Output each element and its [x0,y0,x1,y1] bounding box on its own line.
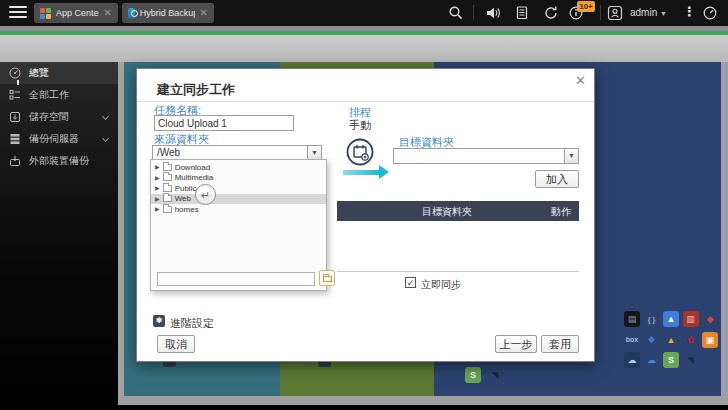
sidebar-item-storage[interactable]: 儲存空間 [0,106,118,128]
folder-icon [163,185,172,192]
taskbar-tab-hbs[interactable]: Hybrid Backup Sync...✕ [122,3,214,23]
sidebar-item-jobs[interactable]: 全部工作 [0,84,118,106]
car-cloud-icon: ☁ [624,352,640,368]
table-body-empty [337,221,579,272]
overview-icon [9,67,21,79]
nas-device-icon: ▤ [624,311,640,327]
tree-row-download[interactable]: ▶Download [151,162,326,173]
tree-row-web[interactable]: ▶Web [151,194,326,205]
cancel-button[interactable]: 取消 [157,335,195,353]
server-icon [9,133,21,145]
qts-desktop: App Center✕Hybrid Backup Sync...✕ 10+ ad… [0,0,728,410]
code-brackets-icon: { } [644,311,660,327]
folder-icon [163,164,172,171]
more-options-icon[interactable]: ⋮ [683,4,696,19]
onedrive-icon: ☁ [644,352,660,368]
target-folder-select[interactable]: ▼ [393,148,579,164]
storage-icon [9,111,21,123]
volume-icon[interactable] [485,5,501,21]
notification-badge: 10+ [577,1,595,12]
task-name-input[interactable] [154,115,294,131]
apply-button[interactable]: 套用 [541,335,579,353]
tab-label: Hybrid Backup Sync... [140,8,195,18]
folder-pair-table: 目標資料夾動作 [337,201,579,272]
sidebar-item-label: 外部裝置備份 [29,154,89,168]
yacht-icon: ◥ [487,367,503,383]
dropbox-icon: ❖ [644,332,660,348]
sync-now-label: 立即同步 [421,278,461,292]
tab-label: App Center [56,8,99,18]
dialog-title: 建立同步工作 [157,81,235,99]
folder-icon [163,206,172,213]
partial-icon [318,362,331,367]
chevron-down-icon: ▼ [564,149,578,163]
flame-icon: ◆ [702,311,718,327]
red-archive-icon: ▥ [683,311,699,327]
desktop-taskbar: App Center✕Hybrid Backup Sync...✕ 10+ ad… [0,0,728,26]
expand-arrow-icon[interactable]: ▶ [155,196,160,202]
jd-cloud-icon: ▣ [702,332,718,348]
update-icon[interactable] [543,5,559,21]
app-sidebar: 總覽全部工作儲存空間備份伺服器外部裝置備份 [0,62,118,410]
resource-monitor-icon[interactable] [702,5,718,21]
sidebar-item-label: 備份伺服器 [29,132,79,146]
box-icon: box [624,332,640,348]
external-icon [9,155,21,167]
sidebar-item-label: 總覽 [29,66,49,80]
folder-path-input[interactable] [157,272,315,286]
close-icon[interactable]: ✕ [104,8,112,18]
schedule-value: 手動 [349,118,371,133]
chevron-down-icon [102,113,109,120]
sync-now-checkbox[interactable]: ✓ [405,277,416,288]
tree-row-public[interactable]: ▶Public [151,183,326,194]
create-sync-job-dialog: 建立同步工作 ✕ 任務名稱: 排程 手動 來源資料夾 /Web▼ 目標資料夾 ▼… [136,68,595,362]
huawei-icon: ✿ [683,332,699,348]
advanced-settings-icon[interactable]: ✱ [153,315,165,327]
tree-row-label: Download [175,163,211,172]
sidebar-item-server[interactable]: 備份伺服器 [0,128,118,150]
yacht-icon: ◥ [683,352,699,368]
advanced-settings-label: 進階設定 [170,316,214,331]
tree-row-label: Public [175,184,197,193]
chevron-down-icon: ▼ [307,146,321,160]
admin-user-menu[interactable]: admin ▼ [630,7,667,18]
hbs-icon [128,8,135,19]
main-menu-icon[interactable] [9,6,27,20]
window-bottom-edge [118,396,728,405]
folder-icon [163,195,172,202]
alibaba-cloud-icon: ▲ [663,311,679,327]
chevron-down-icon: ▼ [660,10,667,17]
folder-icon [163,174,172,181]
search-icon[interactable] [448,5,464,21]
user-icon[interactable] [607,5,623,21]
chevron-down-icon [102,135,109,142]
tree-row-label: Web [175,194,191,203]
sidebar-item-external[interactable]: 外部裝置備份 [0,150,118,172]
background-tasks-icon[interactable] [514,5,530,21]
sidebar-item-label: 儲存空間 [29,110,69,124]
expand-arrow-icon[interactable]: ▶ [155,206,160,212]
tree-row-multimedia[interactable]: ▶Multimedia [151,173,326,184]
expand-arrow-icon[interactable]: ▶ [155,175,160,181]
taskbar-tab-app-center[interactable]: App Center✕ [34,3,118,23]
app-titlebar: 混合型備份與同步中心 ⋮ [0,35,728,62]
expand-arrow-icon[interactable]: ▶ [155,185,160,191]
back-button[interactable]: 上一步 [495,335,537,353]
add-pair-button[interactable]: 加入 [535,170,579,188]
source-folder-tree-popup: ▶Download▶Multimedia▶Public▶Web▶homes ↵ … [150,159,327,291]
close-icon[interactable]: ✕ [575,73,586,88]
tree-row-label: homes [175,205,199,214]
tree-row-homes[interactable]: ▶homes [151,204,326,215]
content-scrollbar[interactable] [721,62,728,396]
schedule-calendar-icon [345,137,375,167]
google-drive-icon: ▲ [663,332,679,348]
s3-storage-icon: S [663,352,679,368]
app-center-icon [40,8,51,19]
expand-arrow-icon[interactable]: ▶ [155,164,160,170]
s3-storage-icon: S [465,367,481,383]
close-icon[interactable]: ✕ [200,8,208,18]
dialog-divider [137,101,594,102]
jobs-icon [9,89,21,101]
create-folder-button[interactable]: + [319,270,335,286]
click-indicator-icon: ↵ [195,184,216,205]
